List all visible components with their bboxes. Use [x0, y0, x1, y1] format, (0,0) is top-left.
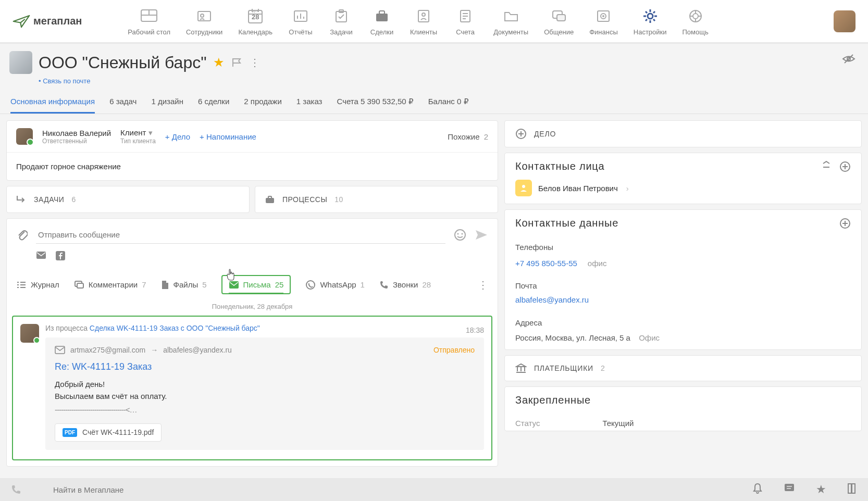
- nav-label: Календарь: [238, 28, 272, 36]
- processes-widget[interactable]: ПРОЦЕССЫ 10: [255, 186, 498, 213]
- nav-calendar[interactable]: дек28 Календарь: [234, 4, 277, 38]
- add-data-icon[interactable]: [839, 218, 851, 229]
- phones-section: Телефоны: [515, 243, 851, 252]
- svg-point-49: [462, 233, 463, 235]
- star-icon[interactable]: ★: [213, 55, 225, 70]
- process-link[interactable]: Сделка WK-4111-19 Заказ с ООО "Снежный б…: [90, 324, 260, 332]
- plus-circle-icon[interactable]: [515, 128, 527, 140]
- filter-files[interactable]: Файлы 5: [161, 280, 207, 290]
- nav-desktop[interactable]: Рабочий стол: [123, 4, 175, 38]
- client-type-dropdown[interactable]: Клиент ▾: [120, 128, 156, 137]
- bell-icon[interactable]: [752, 483, 763, 496]
- nav-label: Задачи: [330, 28, 353, 36]
- phone-number[interactable]: +7 495 850-55-55: [515, 259, 577, 268]
- payers-count: 2: [601, 364, 605, 372]
- visibility-off-icon[interactable]: [842, 53, 855, 65]
- filter-comments[interactable]: Комментарии 7: [74, 280, 146, 290]
- nav-items: Рабочий стол Сотрудники дек28 Календарь …: [123, 4, 834, 38]
- filter-journal[interactable]: Журнал: [16, 280, 59, 289]
- flag-icon[interactable]: [231, 57, 243, 68]
- attach-icon[interactable]: [16, 229, 28, 241]
- emoji-icon[interactable]: [454, 229, 466, 241]
- svg-rect-60: [229, 281, 239, 289]
- mail-icon: [229, 281, 239, 289]
- nav-employees[interactable]: Сотрудники: [182, 4, 227, 38]
- star-bottom-icon[interactable]: ★: [816, 483, 826, 496]
- facebook-channel-icon[interactable]: [56, 251, 65, 260]
- client-card: Николаев Валерий Ответственный Клиент ▾ …: [6, 120, 498, 181]
- email-value[interactable]: albafeles@yandex.ru: [515, 295, 589, 304]
- bookmarks-icon[interactable]: [847, 483, 858, 496]
- nav-label: Помощь: [683, 28, 709, 36]
- add-reminder-button[interactable]: + Напоминание: [200, 132, 256, 141]
- nav-help[interactable]: Помощь: [678, 4, 713, 38]
- global-search-input[interactable]: [32, 481, 314, 498]
- filter-whatsapp[interactable]: WhatsApp 1: [305, 280, 365, 290]
- nav-invoices[interactable]: Счета: [449, 4, 482, 38]
- nav-documents[interactable]: Документы: [489, 4, 532, 38]
- briefcase-small-icon: [265, 195, 275, 204]
- logo[interactable]: мегаплан: [13, 15, 82, 28]
- tab-main-info[interactable]: Основная информация: [10, 97, 95, 114]
- add-contact-icon[interactable]: [839, 161, 851, 172]
- email-attachment[interactable]: PDF Счёт WK-4111-19.pdf: [55, 423, 162, 442]
- filter-emails[interactable]: Письма 25: [221, 275, 291, 294]
- chevron-right-icon: ›: [626, 184, 629, 193]
- email-channel-icon[interactable]: [36, 251, 46, 260]
- tab-invoices[interactable]: Счета 5 390 532,50 ₽: [337, 97, 413, 114]
- filter-count: 28: [422, 280, 431, 289]
- svg-rect-59: [77, 283, 83, 288]
- nav-label: Общение: [544, 28, 574, 36]
- tab-balance[interactable]: Баланс 0 ₽: [428, 97, 469, 114]
- tab-deals[interactable]: 6 сделки: [198, 97, 229, 114]
- client-type-label: Тип клиента: [120, 137, 156, 145]
- filter-calls[interactable]: Звонки 28: [379, 280, 431, 290]
- add-task-button[interactable]: + Дело: [165, 132, 190, 141]
- nav-tasks[interactable]: Задачи: [325, 4, 358, 38]
- nav-deals[interactable]: Сделки: [365, 4, 399, 38]
- contact-data-title: Контактные данные: [515, 217, 832, 229]
- more-vert-icon[interactable]: ⋮: [250, 56, 260, 69]
- nav-communication[interactable]: Общение: [540, 4, 578, 38]
- phone-icon: [379, 280, 389, 290]
- sender-avatar[interactable]: [20, 324, 39, 343]
- tab-sales[interactable]: 2 продажи: [244, 97, 282, 114]
- filter-more-icon[interactable]: ⋮: [478, 279, 488, 291]
- message-input[interactable]: [36, 226, 445, 244]
- nav-clients[interactable]: Клиенты: [406, 4, 441, 38]
- phone-type: офис: [588, 259, 607, 268]
- contact-method-link[interactable]: Связь по почте: [39, 77, 90, 85]
- email-subject[interactable]: Re: WK-4111-19 Заказ: [55, 361, 475, 372]
- tab-orders[interactable]: 1 заказ: [296, 97, 323, 114]
- contact-person[interactable]: Белов Иван Петрович ›: [515, 180, 851, 196]
- nav-reports[interactable]: Отчёты: [284, 4, 317, 38]
- nav-label: Финансы: [589, 28, 618, 36]
- nav-label: Отчёты: [289, 28, 312, 36]
- bottom-bar: ★: [0, 478, 868, 501]
- tab-tasks[interactable]: 6 задач: [109, 97, 137, 114]
- svg-rect-50: [36, 252, 46, 259]
- collapse-icon[interactable]: [822, 161, 831, 172]
- nav-label: Клиенты: [410, 28, 437, 36]
- tab-design[interactable]: 1 дизайн: [151, 97, 183, 114]
- nav-finance[interactable]: Финансы: [585, 4, 622, 38]
- svg-rect-62: [55, 346, 65, 354]
- svg-rect-15: [376, 14, 388, 21]
- user-avatar[interactable]: [834, 10, 855, 32]
- similar-clients[interactable]: Похожие 2: [448, 132, 488, 141]
- page-title: ООО "Снежный барс": [39, 53, 207, 72]
- phone-bottom-icon[interactable]: [10, 484, 22, 495]
- email-separator: ----------------------------------<…: [55, 404, 475, 416]
- mail-small-icon: [55, 346, 65, 354]
- date-divider: Понедельник, 28 декабря: [7, 299, 498, 316]
- payers-widget[interactable]: ПЛАТЕЛЬЩИКИ 2: [504, 355, 862, 381]
- delo-widget[interactable]: ДЕЛО: [504, 120, 862, 147]
- svg-point-18: [422, 13, 425, 16]
- email-content: artmax275@gmail.com → albafeles@yandex.r…: [45, 337, 484, 450]
- messages-icon[interactable]: [784, 483, 795, 496]
- tasks-widget[interactable]: ЗАДАЧИ 6: [6, 186, 250, 213]
- nav-settings[interactable]: Настройки: [629, 4, 671, 38]
- list-icon: [16, 281, 27, 289]
- responsible-avatar[interactable]: [16, 128, 33, 145]
- send-icon[interactable]: [475, 229, 488, 241]
